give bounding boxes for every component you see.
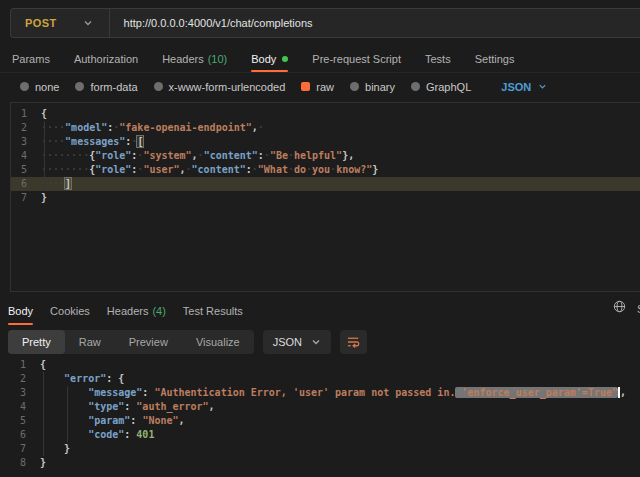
request-tab-settings[interactable]: Settings — [475, 45, 515, 72]
code-line: 4········{"role":·"system",·"content":·"… — [11, 149, 640, 163]
indent-guide — [43, 372, 44, 456]
response-tab-headers[interactable]: Headers(4) — [107, 297, 166, 325]
view-visualize[interactable]: Visualize — [182, 330, 254, 354]
response-tab-body[interactable]: Body — [8, 297, 33, 325]
code-line: 2 "error": { — [10, 372, 640, 386]
radio-label: GraphQL — [426, 81, 471, 93]
indent-guide — [44, 121, 45, 191]
radio-icon — [411, 82, 420, 91]
network-globe-icon[interactable] — [613, 300, 626, 313]
tab-label: Settings — [475, 53, 515, 65]
view-mode-switch: PrettyRawPreviewVisualize — [8, 330, 254, 354]
line-number: 5 — [10, 414, 26, 428]
code-line: 2····"model":·"fake-openai-endpoint",· — [11, 121, 640, 135]
line-number: 7 — [11, 191, 27, 205]
response-toolbar: PrettyRawPreviewVisualize JSON — [8, 330, 640, 354]
tab-label: Headers — [107, 305, 149, 317]
code-line: 4 "type": "auth_error", — [10, 400, 640, 414]
url-bar: POST http://0.0.0.0:4000/v1/chat/complet… — [10, 8, 640, 38]
request-body-editor[interactable]: 1{2····"model":·"fake-openai-endpoint",·… — [10, 102, 640, 292]
line-number: 6 — [10, 428, 26, 442]
request-tab-pre-request-script[interactable]: Pre-request Script — [312, 45, 401, 72]
view-raw[interactable]: Raw — [65, 330, 115, 354]
radio-icon — [75, 82, 84, 91]
code-line: 7 } — [10, 442, 640, 456]
line-number: 5 — [11, 163, 27, 177]
radio-icon — [301, 82, 310, 91]
line-number: 1 — [10, 358, 26, 372]
url-bar-divider — [109, 9, 110, 37]
tab-count-badge: (4) — [152, 305, 165, 317]
body-type-graphql[interactable]: GraphQL — [411, 81, 471, 93]
body-type-binary[interactable]: binary — [350, 81, 395, 93]
line-number: 2 — [10, 372, 26, 386]
tab-label: Tests — [425, 53, 451, 65]
request-tab-authorization[interactable]: Authorization — [74, 45, 138, 72]
radio-label: none — [35, 81, 59, 93]
method-chevron-down-icon[interactable] — [83, 18, 93, 28]
code-line: 5········{"role":·"user",·"content":·"Wh… — [11, 163, 640, 177]
line-number: 8 — [10, 456, 26, 470]
line-number: 7 — [10, 442, 26, 456]
response-format-select[interactable]: JSON — [263, 330, 331, 354]
request-tab-tests[interactable]: Tests — [425, 45, 451, 72]
response-format-label: JSON — [273, 336, 302, 348]
radio-label: x-www-form-urlencoded — [169, 81, 286, 93]
response-tab-test-results[interactable]: Test Results — [183, 297, 243, 325]
tab-label: Body — [251, 53, 276, 65]
line-number: 4 — [10, 400, 26, 414]
wrap-lines-button[interactable] — [340, 330, 367, 354]
indent-guide — [67, 386, 68, 442]
body-type-x-www-form-urlencoded[interactable]: x-www-form-urlencoded — [154, 81, 286, 93]
code-line: 1{ — [11, 107, 640, 121]
response-body-editor[interactable]: 1{2 "error": {3 "message": "Authenticati… — [10, 356, 640, 477]
code-line: 3 "message": "Authentication Error, 'use… — [10, 386, 640, 400]
chevron-down-icon — [538, 82, 547, 91]
request-tab-headers[interactable]: Headers(10) — [162, 45, 227, 72]
radio-label: binary — [365, 81, 395, 93]
response-tab-cookies[interactable]: Cookies — [50, 297, 90, 325]
body-type-row: noneform-datax-www-form-urlencodedrawbin… — [0, 72, 640, 101]
line-number: 3 — [11, 135, 27, 149]
code-line: 6····] — [11, 177, 640, 191]
radio-label: form-data — [90, 81, 137, 93]
tab-label: Cookies — [50, 305, 90, 317]
body-type-raw[interactable]: raw — [301, 81, 334, 93]
radio-icon — [350, 82, 359, 91]
request-tab-params[interactable]: Params — [12, 45, 50, 72]
radio-label: raw — [316, 81, 334, 93]
line-number: 2 — [11, 121, 27, 135]
line-number: 4 — [11, 149, 27, 163]
tab-label: Authorization — [74, 53, 138, 65]
chevron-down-icon — [311, 337, 321, 347]
body-type-form-data[interactable]: form-data — [75, 81, 137, 93]
code-line: 1{ — [10, 358, 640, 372]
request-tabs: ParamsAuthorizationHeaders(10)BodyPre-re… — [0, 45, 640, 73]
wrap-lines-icon — [346, 335, 361, 349]
radio-icon — [20, 82, 29, 91]
code-line: 3····"messages":·[ — [11, 135, 640, 149]
line-number: 6 — [11, 177, 27, 191]
request-tab-body[interactable]: Body — [251, 45, 288, 72]
code-line: 7} — [11, 191, 640, 205]
green-dot-icon — [282, 56, 288, 62]
body-format-select[interactable]: JSON — [501, 81, 547, 93]
tab-label: Headers — [162, 53, 204, 65]
response-tabs: BodyCookiesHeaders(4)Test Results — [0, 297, 640, 325]
code-line: 6 "code": 401 — [10, 428, 640, 442]
body-type-none[interactable]: none — [20, 81, 59, 93]
tab-count-badge: (10) — [208, 53, 228, 65]
tab-label: Test Results — [183, 305, 243, 317]
body-format-label: JSON — [501, 81, 531, 93]
view-pretty[interactable]: Pretty — [8, 330, 65, 354]
tab-label: Pre-request Script — [312, 53, 401, 65]
code-line: 8} — [10, 456, 640, 470]
view-preview[interactable]: Preview — [115, 330, 182, 354]
method-selector[interactable]: POST — [25, 17, 57, 29]
tab-label: Body — [8, 305, 33, 317]
line-number: 1 — [11, 107, 27, 121]
radio-icon — [154, 82, 163, 91]
tab-label: Params — [12, 53, 50, 65]
url-input[interactable]: http://0.0.0.0:4000/v1/chat/completions — [124, 17, 313, 29]
code-line: 5 "param": "None", — [10, 414, 640, 428]
